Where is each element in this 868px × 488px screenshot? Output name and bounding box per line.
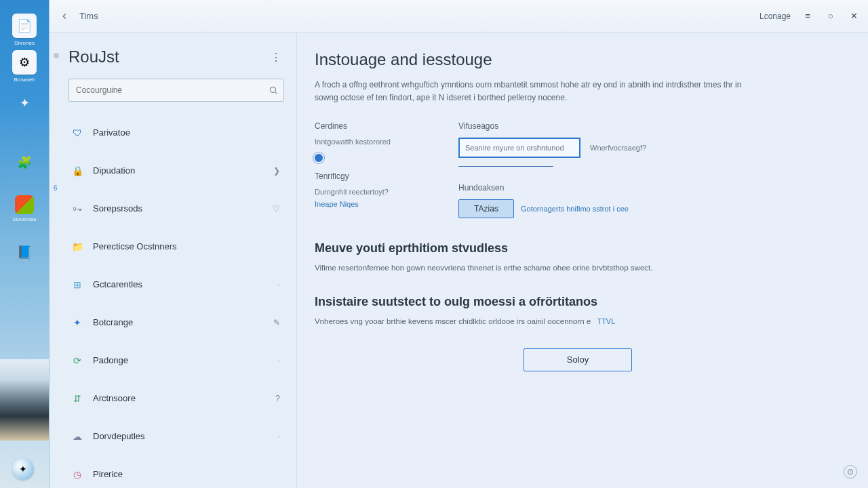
more-vertical-icon: ⋮ [271,51,281,64]
help-icon: ? [275,394,280,403]
text-field[interactable]: Seanire rnyure on orshntunod [458,138,580,158]
taskbar-item-1[interactable]: ⚙ Browseh [8,50,41,83]
taskbar-item-3[interactable]: 🧩 [8,150,41,175]
language-label[interactable]: Lconage [760,12,791,21]
nav-label: Dipudation [93,165,135,176]
svg-line-1 [275,92,277,94]
nav-label: Sorepsrsods [93,203,142,214]
window-title: Tims [79,11,98,21]
folder-icon: 📁 [70,239,85,254]
chevron-left-icon [60,12,69,21]
panel-more-button[interactable]: ⋮ [268,49,284,65]
nav-item-padonge[interactable]: ⟳ Padonge · [68,344,284,377]
nav-item-guarantees[interactable]: ⊞ Gctcarentles · [68,268,284,301]
divider [458,166,553,167]
key-icon: 🗝 [70,201,85,216]
taskbar-item-5[interactable]: 📘 [8,240,41,264]
nav-item-passwords[interactable]: 🗝 Sorepsrsods ♡ [68,192,284,225]
circle-icon: ○ [828,11,833,21]
footer-button[interactable]: Soloy [524,348,632,371]
dot-icon: · [278,280,280,289]
hw-link[interactable]: Gotornagerts hnifimo sstrot i cee [521,205,629,213]
nav-label: Arctnsoore [93,393,136,403]
section-b-tag[interactable]: TTVL [597,317,615,325]
transfer-icon: ⇵ [70,391,85,406]
nav-label: Perecticse Ocstnners [93,241,177,251]
svg-point-0 [270,87,275,92]
refresh-icon: ⟳ [70,353,85,368]
titlebar: Tims Lconage ≡ ○ ✕ [50,0,868,33]
left-col-sub: Inntgowatth kestorored [315,138,430,146]
heart-icon: ♡ [273,204,280,214]
help-icon: ⊙ [847,467,854,476]
content-area: Instouage and iesstouge A froch a offng … [297,33,868,488]
nav-label: Dorvdeputles [93,431,145,441]
taskbar: 📄 Shrones ⚙ Browseh ✦ 🧩 Sloversee 📘 ✦ [0,0,49,488]
nav-label: Padonge [93,355,128,365]
taskbar-item-2[interactable]: ✦ [8,91,41,115]
search-input[interactable] [76,85,269,95]
settings-window: Tims Lconage ≡ ○ ✕ 6 RouJst ⋮ [49,0,868,488]
gear-icon: ⚙ [12,50,37,75]
search-icon [269,85,278,95]
term-label: Tenrificgy [315,171,430,181]
side-panel: 6 RouJst ⋮ 🛡 Parivatoe 🔒 Dipudation [50,33,297,488]
term-sub: Durngnhit reectertoyt? [315,188,430,196]
hw-button[interactable]: TAzias [458,199,514,218]
nav-item-privacy[interactable]: 🛡 Parivatoe [68,117,284,149]
section-b-desc: Vnheroes vng yooar brthie kevens mscer c… [315,316,735,328]
help-button[interactable]: ⊙ [844,465,857,479]
start-orb[interactable]: ✦ [12,458,34,480]
puzzle-icon: 🧩 [12,150,37,175]
left-col-label: Cerdines [315,121,430,131]
nav-item-dorvdeputles[interactable]: ☁ Dorvdeputles · [68,420,284,453]
desktop-wallpaper-thumb [0,359,49,441]
side-gutter: 6 [54,53,59,192]
search-box[interactable] [68,79,284,102]
nav-item-dipudation[interactable]: 🔒 Dipudation ❯ [68,155,284,187]
hw-label: Hundoaksen [458,183,646,192]
taskbar-label: Sloversee [12,217,37,222]
menu-button[interactable]: ≡ [797,6,818,26]
dot-icon: · [278,432,280,441]
gutter-digit: 6 [54,184,59,192]
section-b-title: Insistaire suutstect to oulg moessi a of… [315,295,841,309]
section-a-title: Meuve youti eprthitiom stvudless [315,241,841,256]
book-icon: 📘 [12,240,37,264]
dot-icon: · [278,356,280,365]
radio-dot-icon [315,154,323,162]
back-button[interactable] [56,8,73,24]
lock-icon: 🔒 [70,163,85,178]
nav-list: 🛡 Parivatoe 🔒 Dipudation ❯ 🗝 Sorepsrsods… [68,117,284,488]
edit-icon: ✎ [273,318,280,327]
spark-icon: ✦ [12,91,37,115]
taskbar-item-0[interactable]: 📄 Shrones [8,14,41,46]
taskbar-item-4[interactable]: Sloversee [8,195,41,222]
nav-item-arctnsoore[interactable]: ⇵ Arctnsoore ? [68,382,284,415]
nav-label: Parivatoe [93,127,130,138]
close-icon: ✕ [850,11,858,21]
taskbar-label: Shrones [14,41,35,46]
section-a-desc: Vifime resertonfernee hon gown neovvrien… [315,262,735,274]
nav-item-pirerice[interactable]: ◷ Pirerice [68,458,284,488]
close-button[interactable]: ✕ [844,6,864,26]
spark-icon: ✦ [70,315,85,330]
panel-title: RouJst [68,47,119,66]
chevron-right-icon: ❯ [273,166,280,176]
hamburger-icon: ≡ [805,11,810,21]
text-field-value: Seanire rnyure on orshntunod [465,144,564,152]
nav-item-protect[interactable]: 📁 Perecticse Ocstnners [68,230,284,263]
shield-icon: 🛡 [70,125,85,140]
nav-label: Pirerice [93,469,123,479]
term-link[interactable]: Ineape Niqes [315,200,430,208]
field-hint: Wnerfvocrsaegf? [590,144,646,152]
nav-label: Gctcarentles [93,279,142,289]
page-title: Instouage and iesstouge [315,50,841,69]
app-icon: 📄 [12,14,37,38]
radio-option[interactable] [315,154,430,162]
minimize-button[interactable]: ○ [821,6,841,26]
cloud-icon: ☁ [70,429,85,444]
windows-icon [15,195,34,214]
nav-item-botcrange[interactable]: ✦ Botcrange ✎ [68,306,284,339]
orb-icon: ✦ [19,464,27,474]
